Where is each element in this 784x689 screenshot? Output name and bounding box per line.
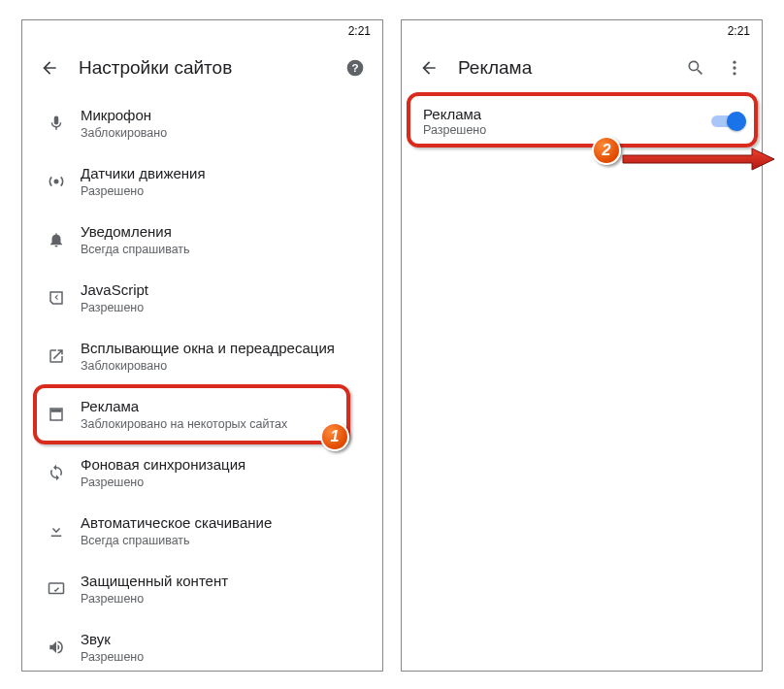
settings-list: Микрофон Заблокировано Датчики движения …	[22, 94, 382, 672]
app-bar: Настройки сайтов ?	[22, 42, 382, 94]
item-protected-content[interactable]: Защищенный контент Разрешено	[22, 560, 382, 618]
item-sub: Заблокировано	[81, 358, 371, 374]
item-popups[interactable]: Всплывающие окна и переадресация Заблоки…	[22, 327, 382, 385]
badge-text: 2	[603, 142, 611, 159]
page-title: Реклама	[458, 57, 676, 79]
item-sub: Разрешено	[81, 649, 371, 665]
popup-icon	[32, 347, 81, 365]
item-sub: Разрешено	[81, 300, 371, 315]
protected-icon	[32, 580, 81, 598]
item-sound[interactable]: Звук Разрешено	[22, 618, 382, 672]
item-sub: Заблокировано	[81, 125, 371, 141]
ads-toggle-row[interactable]: Реклама Разрешено	[402, 94, 762, 148]
svg-rect-2	[51, 410, 62, 412]
item-label: Датчики движения	[81, 164, 371, 183]
item-label: Реклама	[81, 397, 371, 416]
badge-2: 2	[592, 136, 621, 165]
phone-left: 2:21 Настройки сайтов ? Микрофон Заблоки…	[21, 19, 383, 672]
svg-point-3	[733, 61, 735, 64]
badge-1: 1	[320, 422, 349, 451]
item-sub: Разрешено	[81, 591, 371, 607]
search-button[interactable]	[676, 49, 715, 87]
bell-icon	[32, 231, 81, 248]
item-notifications[interactable]: Уведомления Всегда спрашивать	[22, 211, 382, 269]
item-sub: Разрешено	[81, 475, 371, 490]
back-button[interactable]	[409, 49, 448, 87]
help-icon: ?	[345, 58, 365, 78]
item-label: Автоматическое скачивание	[81, 513, 371, 533]
phone-right: 2:21 Реклама Реклама Разрешено	[401, 19, 763, 672]
status-time: 2:21	[348, 24, 371, 38]
item-sub: Разрешено	[81, 183, 371, 199]
toggle-label: Реклама	[423, 106, 711, 122]
item-microphone[interactable]: Микрофон Заблокировано	[22, 94, 382, 152]
svg-point-4	[733, 66, 735, 69]
more-vert-icon	[725, 58, 744, 78]
item-auto-download[interactable]: Автоматическое скачивание Всегда спрашив…	[22, 502, 382, 560]
sync-icon	[32, 464, 81, 481]
download-icon	[32, 522, 81, 540]
sensor-icon	[32, 172, 81, 191]
app-bar: Реклама	[402, 42, 762, 94]
arrow-back-icon	[40, 58, 59, 78]
item-motion-sensors[interactable]: Датчики движения Разрешено	[22, 152, 382, 211]
search-icon	[686, 58, 705, 78]
ads-icon	[32, 406, 81, 423]
arrow-back-icon	[419, 58, 439, 78]
toggle-switch[interactable]	[711, 112, 746, 131]
item-background-sync[interactable]: Фоновая синхронизация Разрешено	[22, 443, 382, 502]
item-label: Уведомления	[81, 222, 371, 242]
item-label: Микрофон	[81, 106, 371, 125]
page-title: Настройки сайтов	[79, 57, 336, 79]
status-time: 2:21	[728, 24, 750, 38]
item-label: Звук	[81, 630, 371, 649]
back-button[interactable]	[30, 49, 69, 87]
js-icon	[32, 289, 81, 307]
badge-text: 1	[331, 428, 340, 445]
more-button[interactable]	[715, 49, 754, 87]
status-bar: 2:21	[22, 20, 382, 42]
item-sub: Всегда спрашивать	[81, 242, 371, 257]
arrow-annotation	[621, 146, 776, 175]
sound-icon	[32, 639, 81, 656]
item-javascript[interactable]: JavaScript Разрешено	[22, 269, 382, 327]
item-sub: Всегда спрашивать	[81, 533, 371, 548]
svg-point-5	[733, 72, 735, 75]
item-label: Всплывающие окна и переадресация	[81, 339, 371, 358]
mic-icon	[32, 115, 81, 132]
item-label: Фоновая синхронизация	[81, 455, 371, 475]
status-bar: 2:21	[402, 20, 762, 42]
item-label: JavaScript	[81, 280, 371, 300]
svg-text:?: ?	[351, 61, 358, 74]
item-label: Защищенный контент	[81, 572, 371, 591]
help-button[interactable]: ?	[336, 49, 375, 87]
toggle-sub: Разрешено	[423, 123, 711, 137]
switch-thumb	[727, 112, 746, 131]
